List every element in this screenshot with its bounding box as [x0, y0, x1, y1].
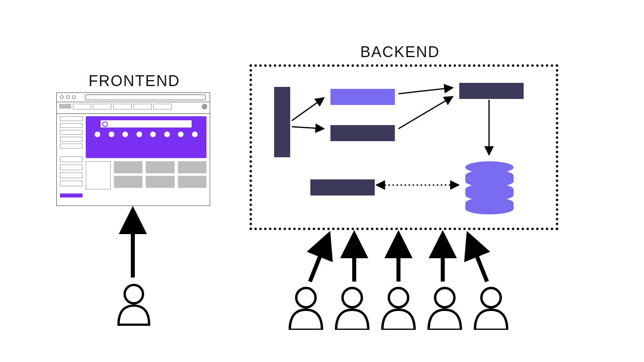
- database-icon: [465, 161, 514, 214]
- hero-banner: [86, 116, 206, 158]
- sidebar-item: [60, 130, 83, 135]
- content-card: [178, 176, 206, 188]
- avatar-icon: [202, 104, 207, 109]
- arrow-user-to-backend: [310, 241, 326, 282]
- content-card: [146, 161, 174, 173]
- sidebar: [60, 116, 83, 207]
- sidebar-item: [60, 165, 83, 170]
- service-b: [330, 125, 395, 141]
- backend-boundary: [250, 64, 558, 230]
- diagram-canvas: FRONTEND BACKEND: [0, 0, 644, 362]
- sidebar-item: [60, 181, 83, 186]
- sidebar-item: [60, 173, 83, 178]
- frontend-label: FRONTEND: [89, 72, 180, 90]
- user-icon: [115, 282, 153, 326]
- content-grid: [86, 161, 206, 189]
- browser-toolbar: [57, 102, 210, 114]
- service-worker: [310, 179, 375, 195]
- service-c: [459, 83, 524, 99]
- address-bar: [85, 95, 206, 100]
- content-card: [114, 161, 142, 173]
- backend-label: BACKEND: [360, 43, 440, 61]
- browser-mock: [56, 93, 210, 206]
- feature-card: [86, 161, 111, 189]
- sidebar-accent: [60, 193, 83, 197]
- nav-tab: [113, 104, 132, 109]
- sidebar-item: [60, 116, 83, 121]
- browser-chrome: [57, 93, 210, 102]
- sidebar-item: [60, 123, 83, 128]
- user-icon: [471, 286, 511, 330]
- nav-tab: [133, 104, 152, 109]
- user-icon: [425, 286, 465, 330]
- sidebar-item: [60, 137, 83, 142]
- user-icon: [378, 286, 419, 330]
- sidebar-lower: [60, 156, 83, 186]
- sidebar-item: [60, 144, 83, 148]
- nav-tab: [93, 104, 111, 109]
- user-icon: [332, 286, 372, 330]
- content-card: [114, 176, 142, 188]
- sidebar-item: [60, 156, 83, 162]
- service-a: [330, 89, 395, 105]
- content-card: [146, 176, 174, 188]
- nav-tab: [73, 104, 91, 109]
- nav-tab: [153, 104, 172, 109]
- site-logo: [59, 104, 71, 109]
- user-icon: [286, 286, 326, 330]
- hero-dot-row: [91, 132, 202, 137]
- content-card: [178, 161, 206, 173]
- service-gateway: [274, 87, 290, 157]
- arrow-user-to-backend: [471, 241, 487, 282]
- window-controls-icon: [60, 95, 76, 99]
- search-bar: [101, 120, 192, 128]
